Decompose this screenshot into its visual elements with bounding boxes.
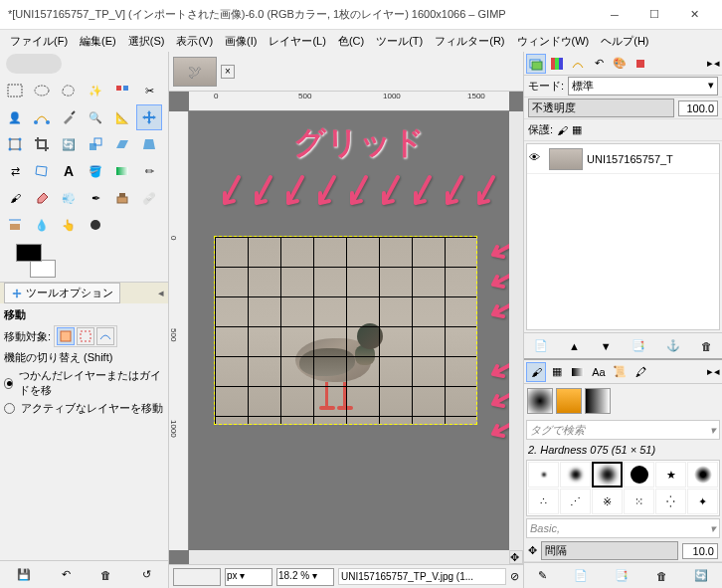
edit-brush-icon[interactable]: ✎ <box>538 569 547 582</box>
by-color-select-tool[interactable] <box>109 78 135 103</box>
paths-tool[interactable] <box>29 104 55 130</box>
save-options-icon[interactable]: 💾 <box>17 568 31 581</box>
fonts-tab[interactable]: Aa <box>589 362 609 382</box>
menu-color[interactable]: 色(C) <box>332 31 370 52</box>
dock-menu-icon[interactable]: ◂ <box>158 287 164 299</box>
brush-grid[interactable]: ★ ∴ ⋰ ※ ⁙ ⁛ ✦ <box>526 460 720 516</box>
lock-pixels-icon[interactable]: 🖌 <box>557 124 568 136</box>
menu-edit[interactable]: 編集(E) <box>74 31 122 52</box>
menu-window[interactable]: ウィンドウ(W) <box>511 31 596 52</box>
layers-tab[interactable] <box>526 54 546 74</box>
canvas[interactable]: グリッド グリッド <box>189 111 509 550</box>
scale-tool[interactable] <box>83 131 108 157</box>
bucket-fill-tool[interactable]: 🪣 <box>83 158 108 184</box>
smudge-tool[interactable]: 👆 <box>56 212 82 238</box>
navigation-button[interactable]: ✥ <box>509 550 523 564</box>
blur-tool[interactable]: 💧 <box>29 212 55 238</box>
foreground-select-tool[interactable]: 👤 <box>2 104 28 130</box>
scrollbar-horizontal[interactable] <box>189 550 509 564</box>
move-tool[interactable] <box>136 104 162 130</box>
delete-options-icon[interactable]: 🗑 <box>100 569 111 581</box>
maximize-button[interactable]: ☐ <box>634 1 674 29</box>
restore-options-icon[interactable]: ↶ <box>62 568 71 581</box>
fg-color[interactable] <box>16 244 42 262</box>
menu-select[interactable]: 選択(S) <box>122 31 171 52</box>
undo-history-tab[interactable]: ↶ <box>589 54 609 74</box>
close-button[interactable]: ✕ <box>674 1 714 29</box>
new-layer-icon[interactable]: 📄 <box>534 339 548 352</box>
move-target-layer[interactable] <box>57 327 75 345</box>
pencil-tool[interactable]: ✏ <box>136 158 162 184</box>
cage-tool[interactable] <box>29 158 55 184</box>
ink-tool[interactable]: ✒ <box>83 185 108 211</box>
paintbrush-tool[interactable]: 🖌 <box>2 185 28 211</box>
tab-overflow-icon[interactable]: ▸ <box>707 57 713 70</box>
color-picker-tool[interactable] <box>56 104 82 130</box>
scissors-tool[interactable]: ✂ <box>136 78 162 103</box>
airbrush-tool[interactable]: 💨 <box>56 185 82 211</box>
brush-item[interactable]: ⁛ <box>655 489 686 514</box>
perspective-clone-tool[interactable] <box>2 212 28 238</box>
crop-tool[interactable] <box>29 131 55 157</box>
fuzzy-select-tool[interactable]: ✨ <box>83 78 108 103</box>
spacing-value[interactable]: 10.0 <box>682 543 718 559</box>
shear-tool[interactable] <box>109 131 135 157</box>
duplicate-layer-icon[interactable]: 📑 <box>632 339 645 352</box>
lower-layer-icon[interactable]: ▼ <box>601 340 612 352</box>
patterns-tab[interactable]: ▦ <box>547 362 567 382</box>
lock-alpha-icon[interactable]: ▦ <box>572 123 582 136</box>
tag-search[interactable]: タグで検索▾ <box>526 420 720 440</box>
brush-preview[interactable] <box>527 388 553 414</box>
menu-help[interactable]: ヘルプ(H) <box>595 31 654 52</box>
measure-tool[interactable]: 📐 <box>109 104 135 130</box>
brush-item[interactable]: ∴ <box>528 489 559 514</box>
rotate-tool[interactable]: 🔄 <box>56 131 82 157</box>
gradients-tab[interactable] <box>568 362 588 382</box>
blend-tool[interactable] <box>109 158 135 184</box>
delete-brush-icon[interactable]: 🗑 <box>656 570 667 582</box>
brush-item[interactable]: ⋰ <box>560 489 591 514</box>
align-tool[interactable] <box>2 131 28 157</box>
refresh-brush-icon[interactable]: 🔄 <box>694 569 708 582</box>
menu-layer[interactable]: レイヤー(L) <box>263 31 331 52</box>
reset-options-icon[interactable]: ↺ <box>142 568 151 581</box>
brush-item[interactable] <box>528 462 559 488</box>
history-tab[interactable]: 📜 <box>610 362 630 382</box>
zoom-selector[interactable]: 18.2 % ▾ <box>276 568 334 586</box>
tool-options-tab[interactable]: ツールオプション <box>4 283 120 303</box>
ellipse-select-tool[interactable] <box>29 78 55 103</box>
brush-item[interactable]: ※ <box>592 489 623 514</box>
free-select-tool[interactable] <box>56 78 82 103</box>
menu-filter[interactable]: フィルター(R) <box>429 31 510 52</box>
brush-item[interactable]: ⁙ <box>624 489 654 514</box>
cancel-icon[interactable]: ⊘ <box>510 570 519 583</box>
brush-item[interactable]: ✦ <box>687 489 718 514</box>
gradient-preview[interactable] <box>585 388 611 414</box>
tab-overflow-icon[interactable]: ▸ <box>707 365 713 378</box>
channels-tab[interactable] <box>547 54 567 74</box>
mypaint-tab[interactable]: 🖍 <box>631 362 650 382</box>
raise-layer-icon[interactable]: ▲ <box>569 340 580 352</box>
menu-file[interactable]: ファイル(F) <box>4 31 74 52</box>
flip-tool[interactable]: ⇄ <box>2 158 28 184</box>
image-tab-thumb[interactable] <box>173 57 217 87</box>
layer-row[interactable]: 👁 UNI157165757_T <box>527 144 719 174</box>
layer-name[interactable]: UNI157165757_T <box>587 153 673 165</box>
nav-icon[interactable]: ✥ <box>528 544 537 557</box>
brush-item[interactable] <box>687 462 718 488</box>
menu-image[interactable]: 画像(I) <box>219 31 263 52</box>
clone-tool[interactable] <box>109 185 135 211</box>
pattern-preview[interactable] <box>556 388 582 414</box>
opacity-slider[interactable]: 不透明度 <box>528 98 674 117</box>
pointer-tab[interactable] <box>631 54 650 74</box>
ruler-vertical[interactable]: 0 500 1000 <box>169 111 189 550</box>
unit-selector[interactable]: px ▾ <box>225 568 272 586</box>
paths-tab[interactable] <box>568 54 588 74</box>
brush-item[interactable] <box>624 462 654 488</box>
dock-menu-icon[interactable]: ◂ <box>714 57 720 70</box>
close-tab-icon[interactable]: × <box>221 65 235 79</box>
dodge-burn-tool[interactable] <box>83 212 108 238</box>
scrollbar-vertical[interactable] <box>509 111 523 550</box>
new-brush-icon[interactable]: 📄 <box>574 569 588 582</box>
radio-pick-layer[interactable] <box>4 378 13 389</box>
